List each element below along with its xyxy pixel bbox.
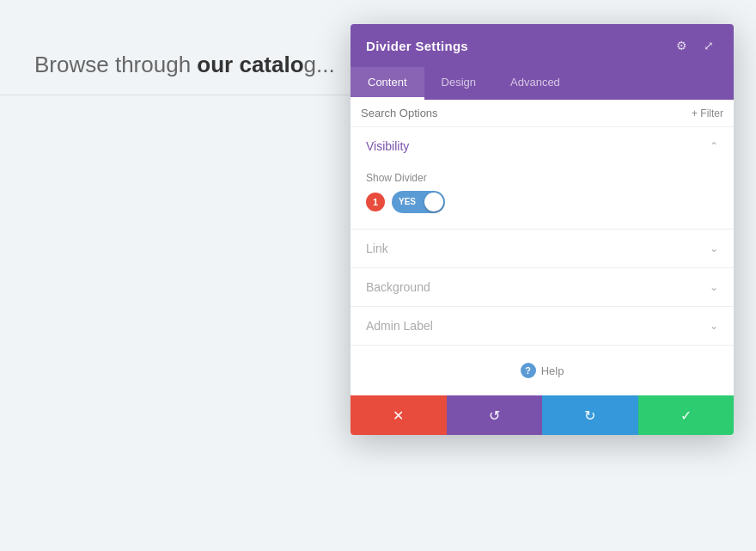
tab-design[interactable]: Design	[424, 67, 493, 100]
section-link-title: Link	[366, 242, 388, 255]
section-admin-label: Admin Label ⌄	[351, 307, 734, 346]
filter-button[interactable]: + Filter	[692, 107, 723, 119]
help-label: Help	[541, 364, 564, 377]
chevron-up-icon: ⌃	[710, 140, 718, 152]
toggle-thumb	[424, 193, 443, 211]
tab-advanced[interactable]: Advanced	[493, 67, 577, 100]
chevron-down-icon-3: ⌄	[710, 320, 718, 332]
settings-panel: Divider Settings ⚙ ⤢ Content Design Adva…	[351, 24, 734, 435]
search-input[interactable]	[361, 107, 692, 119]
section-visibility-header[interactable]: Visibility ⌃	[351, 127, 734, 165]
panel-content: Visibility ⌃ Show Divider 1 YES	[351, 127, 734, 395]
toggle-wrapper: 1 YES	[366, 191, 718, 213]
section-background-title: Background	[366, 280, 430, 294]
settings-icon[interactable]: ⚙	[672, 36, 691, 55]
expand-icon[interactable]: ⤢	[699, 36, 718, 55]
section-visibility-title: Visibility	[366, 139, 409, 153]
panel-header: Divider Settings ⚙ ⤢	[351, 24, 734, 67]
section-visibility-content: Show Divider 1 YES	[351, 165, 734, 229]
search-bar: + Filter	[351, 100, 734, 127]
step-badge: 1	[366, 193, 385, 211]
help-button[interactable]: ? Help	[521, 363, 564, 378]
tab-content[interactable]: Content	[351, 67, 424, 100]
show-divider-toggle[interactable]: YES	[392, 191, 445, 213]
modal-overlay: Divider Settings ⚙ ⤢ Content Design Adva…	[0, 0, 756, 551]
panel-tabs: Content Design Advanced	[351, 67, 734, 100]
redo-button[interactable]: ↻	[542, 395, 638, 435]
section-link: Link ⌄	[351, 230, 734, 268]
section-background: Background ⌄	[351, 268, 734, 307]
chevron-down-icon: ⌄	[710, 242, 718, 254]
section-visibility: Visibility ⌃ Show Divider 1 YES	[351, 127, 734, 230]
save-button[interactable]: ✓	[638, 395, 735, 435]
section-background-header[interactable]: Background ⌄	[351, 268, 734, 306]
show-divider-label: Show Divider	[366, 172, 718, 184]
help-section: ? Help	[351, 346, 734, 395]
reset-button[interactable]: ↺	[447, 395, 543, 435]
panel-title: Divider Settings	[366, 39, 468, 53]
section-link-header[interactable]: Link ⌄	[351, 230, 734, 267]
section-admin-label-header[interactable]: Admin Label ⌄	[351, 307, 734, 345]
chevron-down-icon-2: ⌄	[710, 281, 718, 293]
panel-footer: ✕ ↺ ↻ ✓	[351, 395, 734, 435]
help-icon: ?	[521, 363, 536, 378]
section-admin-label-title: Admin Label	[366, 319, 433, 333]
cancel-button[interactable]: ✕	[351, 395, 447, 435]
toggle-yes-label: YES	[393, 198, 419, 206]
panel-header-icons: ⚙ ⤢	[672, 36, 718, 55]
